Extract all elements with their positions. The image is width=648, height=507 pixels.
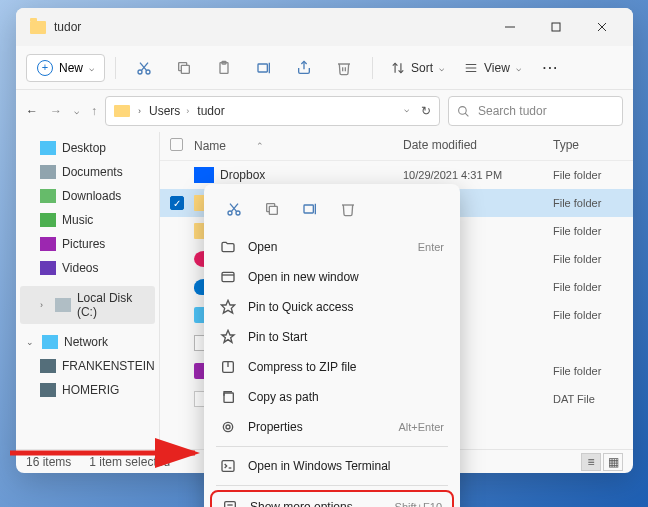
row-type: File folder (553, 197, 623, 209)
sidebar-item-frankenstein[interactable]: FRANKENSTEIN (16, 354, 159, 378)
annotation-arrow (10, 438, 210, 468)
row-date: 10/29/2021 4:31 PM (403, 169, 553, 181)
documents-icon (40, 165, 56, 179)
close-button[interactable] (579, 11, 625, 43)
row-type: File folder (553, 225, 623, 237)
svg-rect-28 (304, 205, 313, 213)
up-button[interactable]: ↑ (91, 104, 97, 118)
sidebar-item-local-disk[interactable]: ›Local Disk (C:) (20, 286, 155, 324)
videos-icon (40, 261, 56, 275)
maximize-button[interactable] (533, 11, 579, 43)
search-icon (457, 105, 470, 118)
recent-button[interactable]: ⌵ (74, 106, 79, 116)
chevron-down-icon: ⌵ (89, 63, 94, 73)
sort-button[interactable]: Sort ⌵ (383, 56, 452, 80)
address-bar[interactable]: › Users› tudor ⌵ ↻ (105, 96, 440, 126)
crumb-tudor[interactable]: tudor (197, 104, 224, 118)
chevron-down-icon: ⌵ (439, 63, 444, 73)
ctx-open[interactable]: OpenEnter (210, 232, 454, 262)
column-headers[interactable]: Name⌃ Date modified Type (160, 132, 633, 161)
sidebar-item-desktop[interactable]: Desktop (16, 136, 159, 160)
ctx-compress-zip[interactable]: Compress to ZIP file (210, 352, 454, 382)
disk-icon (55, 298, 71, 312)
chevron-down-icon: ⌵ (516, 63, 521, 73)
crumb-users[interactable]: Users (149, 104, 180, 118)
view-icon (464, 61, 478, 75)
row-type: File folder (553, 281, 623, 293)
chevron-down-icon[interactable]: ⌵ (404, 104, 409, 118)
svg-point-21 (459, 106, 467, 114)
cut-icon[interactable] (216, 194, 252, 224)
view-button[interactable]: View ⌵ (456, 56, 529, 80)
plus-icon: + (37, 60, 53, 76)
svg-rect-8 (181, 65, 189, 73)
ctx-pin-quick-access[interactable]: Pin to Quick access (210, 292, 454, 322)
view-label: View (484, 61, 510, 75)
zip-icon (220, 359, 236, 375)
ctx-open-new-window[interactable]: Open in new window (210, 262, 454, 292)
col-date[interactable]: Date modified (403, 138, 553, 154)
rename-icon[interactable] (246, 50, 282, 86)
ctx-pin-start[interactable]: Pin to Start (210, 322, 454, 352)
star-icon (220, 299, 236, 315)
icons-view-button[interactable]: ▦ (603, 453, 623, 471)
refresh-button[interactable]: ↻ (421, 104, 431, 118)
forward-button[interactable]: → (50, 104, 62, 118)
sidebar-item-documents[interactable]: Documents (16, 160, 159, 184)
svg-line-25 (231, 204, 238, 212)
sidebar-item-pictures[interactable]: Pictures (16, 232, 159, 256)
chevron-right-icon: › (186, 106, 189, 116)
more-button[interactable]: ··· (533, 61, 569, 75)
col-type[interactable]: Type (553, 138, 623, 154)
back-button[interactable]: ← (26, 104, 38, 118)
row-type: File folder (553, 253, 623, 265)
pc-icon (40, 383, 56, 397)
dropbox-icon (194, 167, 214, 183)
sort-label: Sort (411, 61, 433, 75)
delete-icon[interactable] (326, 50, 362, 86)
svg-rect-39 (225, 502, 236, 507)
svg-line-22 (465, 113, 468, 116)
select-all-checkbox[interactable] (170, 138, 183, 151)
desktop-icon (40, 141, 56, 155)
search-input[interactable]: Search tudor (448, 96, 623, 126)
new-button[interactable]: + New ⌵ (26, 54, 105, 82)
svg-point-36 (226, 425, 230, 429)
row-name: Dropbox (220, 168, 403, 182)
svg-rect-1 (552, 23, 560, 31)
copy-icon[interactable] (254, 194, 290, 224)
svg-line-6 (141, 62, 148, 70)
open-icon (220, 239, 236, 255)
copy-icon[interactable] (166, 50, 202, 86)
delete-icon[interactable] (330, 194, 366, 224)
sidebar-item-downloads[interactable]: Downloads (16, 184, 159, 208)
row-checkbox[interactable]: ✓ (170, 196, 184, 210)
sidebar-item-network[interactable]: ⌄Network (16, 330, 159, 354)
sidebar-item-music[interactable]: Music (16, 208, 159, 232)
svg-rect-30 (222, 272, 234, 281)
ctx-windows-terminal[interactable]: Open in Windows Terminal (210, 451, 454, 481)
cut-icon[interactable] (126, 50, 162, 86)
col-name[interactable]: Name (194, 139, 226, 153)
rename-icon[interactable] (292, 194, 328, 224)
pictures-icon (40, 237, 56, 251)
svg-line-7 (140, 62, 147, 70)
paste-icon[interactable] (206, 50, 242, 86)
sidebar-item-homerig[interactable]: HOMERIG (16, 378, 159, 402)
svg-marker-32 (221, 300, 234, 313)
window-title: tudor (54, 20, 81, 34)
sort-indicator: ⌃ (256, 141, 264, 151)
ctx-copy-path[interactable]: Copy as path (210, 382, 454, 412)
ctx-properties[interactable]: PropertiesAlt+Enter (210, 412, 454, 442)
context-menu: OpenEnter Open in new window Pin to Quic… (204, 184, 460, 507)
minimize-button[interactable] (487, 11, 533, 43)
folder-icon (114, 105, 130, 117)
share-icon[interactable] (286, 50, 322, 86)
downloads-icon (40, 189, 56, 203)
window-icon (220, 269, 236, 285)
details-view-button[interactable]: ≡ (581, 453, 601, 471)
music-icon (40, 213, 56, 227)
sidebar-item-videos[interactable]: Videos (16, 256, 159, 280)
titlebar: tudor (16, 8, 633, 46)
ctx-show-more-options[interactable]: Show more optionsShift+F10 (210, 490, 454, 507)
